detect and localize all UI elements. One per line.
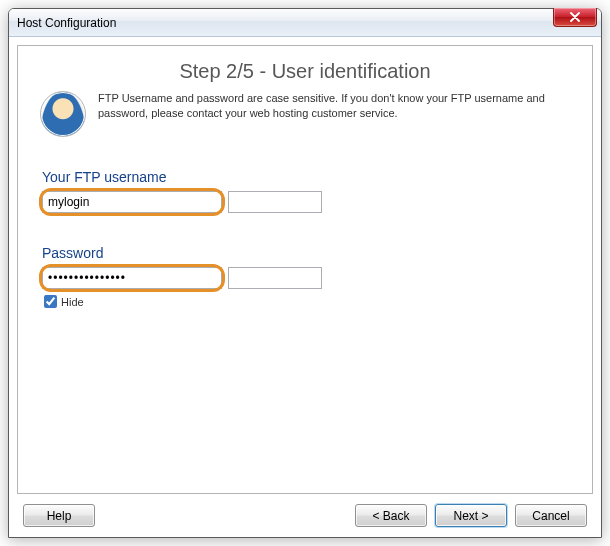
close-button[interactable] <box>553 8 597 27</box>
hide-label: Hide <box>61 296 84 308</box>
wizard-footer: Help < Back Next > Cancel <box>17 494 593 529</box>
username-label: Your FTP username <box>42 169 592 185</box>
password-input-extra[interactable] <box>228 267 322 289</box>
user-avatar-icon <box>40 91 86 137</box>
wizard-panel: Step 2/5 - User identification FTP Usern… <box>17 45 593 494</box>
titlebar[interactable]: Host Configuration <box>9 9 601 37</box>
form-area: Your FTP username Password <box>18 147 592 340</box>
intro-text: FTP Username and password are case sensi… <box>98 91 570 137</box>
step-heading: Step 2/5 - User identification <box>18 60 592 83</box>
password-input[interactable] <box>42 267 222 289</box>
username-block: Your FTP username <box>42 169 592 213</box>
next-button[interactable]: Next > <box>435 504 507 527</box>
hide-checkbox[interactable] <box>44 295 57 308</box>
window-controls <box>553 9 601 36</box>
password-block: Password Hide <box>42 245 592 308</box>
window-title: Host Configuration <box>17 16 116 30</box>
back-button[interactable]: < Back <box>355 504 427 527</box>
close-icon <box>569 12 581 22</box>
help-button[interactable]: Help <box>23 504 95 527</box>
username-input[interactable] <box>42 191 222 213</box>
cancel-button[interactable]: Cancel <box>515 504 587 527</box>
host-configuration-window: Host Configuration Step 2/5 - User ident… <box>8 8 602 538</box>
client-area: Step 2/5 - User identification FTP Usern… <box>9 37 601 537</box>
hide-checkbox-row[interactable]: Hide <box>42 295 592 308</box>
username-input-extra[interactable] <box>228 191 322 213</box>
password-label: Password <box>42 245 592 261</box>
intro-row: FTP Username and password are case sensi… <box>18 89 592 147</box>
